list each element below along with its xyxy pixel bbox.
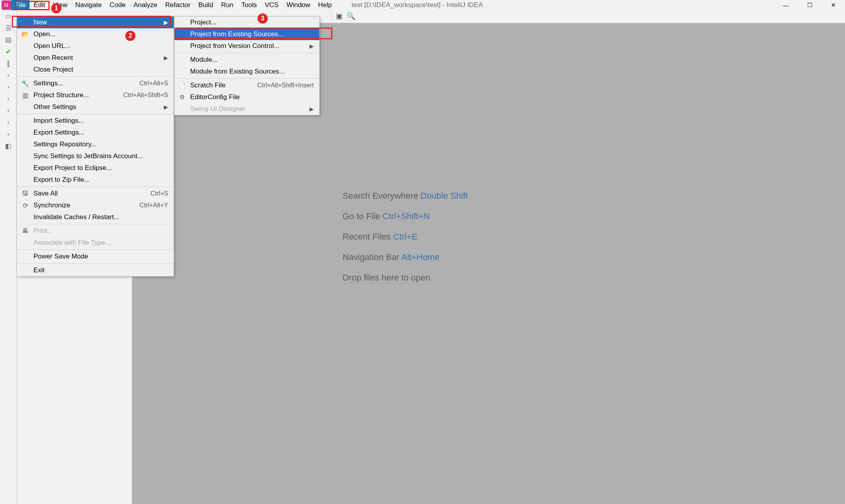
hint-nav-bar: Navigation Bar Alt+Home [343, 252, 468, 262]
hint-goto-file: Go to File Ctrl+Shift+N [343, 211, 468, 222]
gutter-services-icon[interactable]: ‖ [0, 57, 17, 69]
new-menu-project-existing[interactable]: Project from Existing Sources... [174, 28, 319, 40]
toolbar-separator [332, 11, 332, 21]
file-menu-open-url[interactable]: Open URL... [17, 40, 174, 52]
new-menu-module[interactable]: Module... [174, 54, 319, 66]
submenu-arrow-icon: ▶ [164, 104, 168, 110]
menu-window[interactable]: Window [282, 0, 314, 10]
new-menu-project[interactable]: Project... [174, 17, 319, 28]
file-menu-sync-jetbrains[interactable]: Sync Settings to JetBrains Account... [17, 150, 174, 162]
menu-build[interactable]: Build [195, 0, 217, 10]
editor-hints: Search Everywhere Double Shift Go to Fil… [343, 191, 468, 283]
new-menu-scratch-file[interactable]: 📄 Scratch FileCtrl+Alt+Shift+Insert [174, 79, 319, 91]
file-menu-save-all[interactable]: 🖫 Save AllCtrl+S [17, 188, 174, 199]
menu-separator [174, 53, 319, 53]
new-menu-module-existing[interactable]: Module from Existing Sources... [174, 66, 319, 78]
menu-run[interactable]: Run [217, 0, 237, 10]
hint-search: Search Everywhere Double Shift [343, 191, 468, 201]
close-button[interactable]: ✕ [821, 0, 845, 10]
menubar: File Edit View Navigate Code Analyze Ref… [11, 0, 336, 10]
file-menu-synchronize[interactable]: ⟳ SynchronizeCtrl+Alt+Y [17, 199, 174, 211]
gutter-chevron-3[interactable]: › [0, 93, 17, 105]
file-menu-print: 🖶 Print... [17, 225, 174, 237]
menu-help[interactable]: Help [314, 0, 336, 10]
titlebar: IJ File Edit View Navigate Code Analyze … [0, 0, 845, 10]
menu-separator [174, 78, 319, 79]
file-menu-close-project[interactable]: Close Project [17, 64, 174, 76]
menu-separator [17, 224, 174, 224]
file-menu-exit[interactable]: Exit [17, 264, 174, 276]
submenu-arrow-icon: ▶ [164, 19, 168, 26]
intellij-icon: IJ [2, 0, 11, 10]
gear-icon: ⚙ [178, 93, 186, 102]
menu-separator [17, 263, 174, 264]
file-menu-export-zip[interactable]: Export to Zip File... [17, 174, 174, 186]
menu-analyze[interactable]: Analyze [130, 0, 161, 10]
menu-separator [17, 186, 174, 187]
file-menu-export-settings[interactable]: Export Settings... [17, 127, 174, 138]
gutter-chevron-4[interactable]: › [0, 105, 17, 116]
menu-navigate[interactable]: Navigate [71, 0, 106, 10]
hint-recent-files: Recent Files Ctrl+E [343, 232, 468, 242]
left-gutter: ▭ ☰ ▤ ✔ ‖ › › › › › › ◧ [0, 10, 17, 504]
submenu-arrow-icon: ▶ [309, 43, 314, 49]
file-menu-settings-repository[interactable]: Settings Repository... [17, 138, 174, 150]
menu-edit[interactable]: Edit [30, 0, 49, 10]
gutter-check-icon[interactable]: ✔ [0, 46, 17, 57]
submenu-arrow-icon: ▶ [164, 55, 168, 61]
new-menu-swing-designer: Swing UI Designer▶ [174, 103, 319, 115]
gutter-chevron-2[interactable]: › [0, 81, 17, 93]
run-config-icon[interactable]: ▣ [334, 11, 344, 21]
file-menu-power-save[interactable]: Power Save Mode [17, 251, 174, 262]
menu-separator [17, 249, 174, 250]
new-menu-editorconfig[interactable]: ⚙ EditorConfig File [174, 91, 319, 103]
wrench-icon: 🔧 [21, 79, 30, 88]
menu-separator [17, 114, 174, 114]
file-menu-invalidate-caches[interactable]: Invalidate Caches / Restart... [17, 211, 174, 223]
menu-code[interactable]: Code [106, 0, 130, 10]
gutter-structure-icon[interactable]: ▤ [0, 34, 17, 46]
scratch-file-icon: 📄 [178, 81, 186, 90]
minimize-button[interactable]: — [774, 0, 798, 10]
file-menu-project-structure[interactable]: ▥ Project Structure...Ctrl+Alt+Shift+S [17, 89, 174, 101]
file-menu-import-settings[interactable]: Import Settings... [17, 115, 174, 127]
menu-view[interactable]: View [49, 0, 72, 10]
file-menu-export-eclipse[interactable]: Export Project to Eclipse... [17, 162, 174, 174]
window-title: test [D:\IDEA_workspace\test] - IntelliJ… [352, 1, 483, 9]
hint-drop-files: Drop files here to open [343, 273, 468, 283]
gutter-chevron-1[interactable]: › [0, 69, 17, 81]
save-all-icon: 🖫 [21, 189, 30, 198]
gutter-chevron-6[interactable]: › [0, 128, 17, 140]
menu-vcs[interactable]: VCS [261, 0, 282, 10]
file-menu-open[interactable]: 📂 Open... [17, 28, 174, 40]
gutter-db-icon[interactable]: ◧ [0, 140, 17, 152]
menu-refactor[interactable]: Refactor [161, 0, 194, 10]
menu-separator [17, 76, 174, 77]
menu-tools[interactable]: Tools [237, 0, 261, 10]
maximize-button[interactable]: ☐ [798, 0, 821, 10]
gutter-favorites-icon[interactable]: ☰ [0, 22, 17, 34]
new-menu-project-vcs[interactable]: Project from Version Control...▶ [174, 40, 319, 52]
gutter-chevron-5[interactable]: › [0, 116, 17, 128]
file-menu-dropdown: New▶ 📂 Open... Open URL... Open Recent▶ … [17, 16, 174, 277]
file-menu-open-recent[interactable]: Open Recent▶ [17, 52, 174, 64]
file-menu-other-settings[interactable]: Other Settings▶ [17, 101, 174, 113]
file-menu-associate: Associate with File Type... [17, 237, 174, 249]
window-controls: — ☐ ✕ [774, 0, 845, 10]
menu-file[interactable]: File [11, 0, 30, 10]
folder-open-icon: 📂 [21, 30, 30, 39]
print-icon: 🖶 [21, 227, 30, 235]
project-structure-icon: ▥ [21, 91, 30, 100]
search-icon[interactable]: 🔍 [346, 11, 356, 21]
gutter-project-icon[interactable]: ▭ [0, 10, 17, 22]
submenu-arrow-icon: ▶ [309, 106, 314, 112]
file-menu-settings[interactable]: 🔧 Settings...Ctrl+Alt+S [17, 78, 174, 89]
new-submenu: Project... Project from Existing Sources… [174, 16, 320, 115]
file-menu-new[interactable]: New▶ [17, 17, 174, 28]
sync-icon: ⟳ [21, 201, 30, 210]
